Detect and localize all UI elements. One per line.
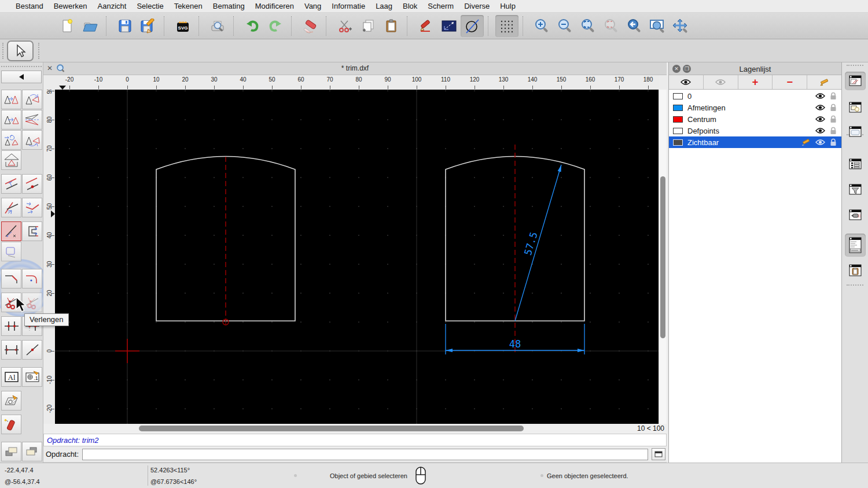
isometric-grid-button[interactable] [461, 15, 484, 37]
layer-visible-icon[interactable] [815, 127, 825, 134]
menu-scherm[interactable]: Scherm [422, 2, 459, 10]
tool-trim[interactable] [1, 198, 21, 217]
zoom-pan-button[interactable] [669, 15, 692, 37]
layer-visible-icon[interactable] [815, 93, 825, 99]
menu-bemating[interactable]: Bemating [208, 2, 250, 10]
tool-edit-dimension[interactable]: .1 [22, 367, 42, 387]
select-tool-button[interactable] [7, 40, 34, 61]
left-centerline[interactable] [223, 157, 229, 325]
show-all-layers-button[interactable] [669, 75, 703, 89]
open-file-button[interactable] [79, 15, 102, 37]
layer-visible-icon[interactable] [815, 104, 825, 111]
remove-layer-button[interactable]: − [773, 75, 807, 89]
command-window-button[interactable] [845, 234, 866, 257]
delete-button[interactable] [299, 15, 322, 37]
clipboard-window-button[interactable] [845, 261, 866, 280]
menu-bestand[interactable]: Bestand [10, 2, 49, 10]
drawing-canvas[interactable]: 57.5 48 [55, 90, 659, 424]
hide-all-layers-button[interactable] [704, 75, 738, 89]
edit-layer-button[interactable] [807, 75, 841, 89]
zoom-window-button[interactable] [646, 15, 669, 37]
horizontal-scrollbar-thumb[interactable] [139, 426, 524, 431]
zoom-in-button[interactable] [530, 15, 553, 37]
add-layer-button[interactable]: + [738, 75, 773, 89]
tool-properties[interactable] [1, 242, 21, 261]
tool-trim-two[interactable] [22, 198, 42, 217]
back-button[interactable] [1, 71, 42, 83]
tool-shrink[interactable] [1, 340, 21, 360]
tool-stretch[interactable] [22, 221, 42, 241]
menu-modificeren[interactable]: Modificeren [250, 2, 299, 10]
tool-fillet[interactable] [22, 269, 42, 289]
layer-list-window-button[interactable] [845, 72, 866, 90]
copy-button[interactable] [356, 15, 380, 37]
library-browser-window-button[interactable] [845, 123, 866, 141]
layer-lock-icon[interactable] [830, 115, 837, 123]
aligned-dimension[interactable] [515, 165, 561, 321]
tool-move-copy[interactable] [1, 90, 21, 109]
layer-visible-icon[interactable] [815, 116, 825, 123]
export-svg-button[interactable]: SVG [171, 15, 194, 37]
tool-extend[interactable] [1, 221, 21, 241]
save-as-button[interactable] [137, 15, 160, 37]
vertical-scrollbar[interactable] [659, 90, 667, 424]
tool-mirror-move[interactable] [1, 110, 21, 130]
menu-aanzicht[interactable]: Aanzicht [93, 2, 132, 10]
new-file-button[interactable] [56, 15, 79, 37]
layer-visible-icon[interactable] [815, 139, 825, 146]
menu-laag[interactable]: Laag [370, 2, 398, 10]
layer-lock-icon[interactable] [830, 138, 837, 146]
tool-edit-text[interactable]: Al [1, 367, 21, 387]
tool-offset[interactable] [1, 174, 21, 194]
zoom-previous-button[interactable] [623, 15, 646, 37]
tool-explode[interactable] [1, 415, 21, 434]
layer-row-0[interactable]: 0 [669, 90, 841, 102]
entity-list-window-button[interactable] [845, 155, 866, 173]
horizontal-scrollbar[interactable]: 10 < 100 [43, 424, 667, 434]
paste-button[interactable] [380, 15, 403, 37]
save-button[interactable] [113, 15, 137, 37]
menu-informatie[interactable]: Informatie [326, 2, 370, 10]
command-input[interactable] [82, 449, 648, 460]
tool-move-rotate[interactable] [1, 130, 21, 150]
menu-vang[interactable]: Vang [299, 2, 326, 10]
undo-button[interactable] [241, 15, 264, 37]
tool-mirror[interactable] [22, 110, 42, 130]
draw-pen-button[interactable] [414, 15, 437, 37]
menu-diverse[interactable]: Diverse [459, 2, 495, 10]
vertical-scrollbar-thumb[interactable] [660, 176, 665, 338]
tool-bevel[interactable] [1, 269, 21, 289]
cut-button[interactable] [333, 15, 356, 37]
layer-lock-icon[interactable] [830, 103, 837, 112]
zoom-selected-button[interactable] [599, 15, 623, 37]
tool-scale[interactable] [1, 150, 21, 170]
tool-offset-point[interactable] [22, 174, 42, 194]
tool-edit-hatch[interactable] [1, 391, 21, 411]
layer-row-zichtbaar[interactable]: Zichtbaar [669, 136, 841, 148]
restrict-orthogonal-button[interactable] [437, 15, 461, 37]
layer-lock-icon[interactable] [830, 92, 837, 100]
layer-edit-icon[interactable] [801, 139, 811, 146]
tool-order-bottom[interactable] [22, 442, 42, 461]
block-list-window-button[interactable] [845, 98, 866, 117]
tool-rotate-two[interactable] [22, 130, 42, 150]
named-views-window-button[interactable] [845, 206, 866, 224]
menu-bewerken[interactable]: Bewerken [49, 2, 93, 10]
filter-window-button[interactable] [845, 180, 866, 199]
tool-rotate[interactable] [22, 90, 42, 109]
menu-tekenen[interactable]: Tekenen [169, 2, 208, 10]
print-preview-button[interactable] [206, 15, 229, 37]
layer-lock-icon[interactable] [830, 127, 837, 135]
command-detach-button[interactable] [652, 448, 665, 460]
zoom-auto-button[interactable] [576, 15, 599, 37]
menu-blok[interactable]: Blok [398, 2, 422, 10]
tool-gap[interactable] [1, 316, 21, 336]
tool-order-top[interactable] [1, 442, 21, 461]
zoom-out-button[interactable] [553, 15, 576, 37]
layer-row-afmetingen[interactable]: Afmetingen [669, 102, 841, 113]
menu-selectie[interactable]: Selectie [131, 2, 168, 10]
tool-break[interactable] [22, 340, 42, 360]
redo-button[interactable] [264, 15, 287, 37]
layer-row-defpoints[interactable]: Defpoints [669, 125, 841, 136]
layer-row-centrum[interactable]: Centrum [669, 113, 841, 125]
